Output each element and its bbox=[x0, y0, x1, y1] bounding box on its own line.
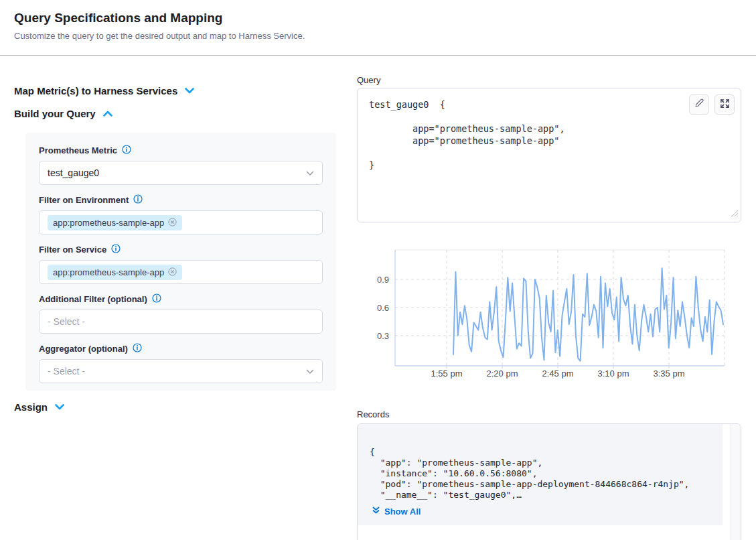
expand-query-button[interactable] bbox=[714, 94, 735, 115]
svg-text:3:10 pm: 3:10 pm bbox=[598, 368, 629, 379]
double-chevron-down-icon bbox=[372, 507, 380, 517]
prometheus-metric-label: Prometheus Metric bbox=[39, 145, 323, 156]
section-map-metrics-label: Map Metric(s) to Harness Services bbox=[14, 85, 177, 96]
field-prometheus-metric: Prometheus Metric test_gauge0 bbox=[39, 145, 323, 185]
query-specifications-page: Query Specifications and Mapping Customi… bbox=[0, 0, 756, 540]
page-subtitle: Customize the query to get the desired o… bbox=[14, 31, 305, 41]
records-panel: { "app": "prometheus-sample-app", "insta… bbox=[357, 423, 741, 540]
svg-text:0.3: 0.3 bbox=[377, 331, 389, 341]
aggregator-select[interactable]: - Select - bbox=[39, 359, 323, 383]
field-additional-filter: Additional Filter (optional) - Select - bbox=[39, 293, 323, 334]
info-icon[interactable] bbox=[133, 194, 143, 206]
section-assign-label: Assign bbox=[14, 401, 48, 413]
show-all-link[interactable]: Show All bbox=[372, 507, 421, 517]
field-filter-service: Filter on Service app:prometheus-sample-… bbox=[39, 244, 323, 284]
aggregator-label: Aggregator (optional) bbox=[39, 343, 323, 354]
build-query-panel: Prometheus Metric test_gauge0 Filter on … bbox=[25, 133, 336, 391]
info-icon[interactable] bbox=[122, 145, 131, 156]
field-aggregator: Aggregator (optional) - Select - bbox=[39, 343, 323, 383]
svg-text:3:35 pm: 3:35 pm bbox=[654, 368, 685, 379]
records-label: Records bbox=[357, 409, 389, 419]
select-chevron-icon bbox=[306, 366, 314, 377]
svg-text:1:55 pm: 1:55 pm bbox=[431, 368, 463, 379]
info-icon[interactable] bbox=[111, 244, 121, 255]
info-icon[interactable] bbox=[133, 343, 142, 354]
service-filter-tag: app:prometheus-sample-app bbox=[48, 265, 182, 280]
query-editor[interactable]: test_gauge0 { app="prometheus-sample-app… bbox=[357, 88, 741, 222]
section-map-metrics[interactable]: Map Metric(s) to Harness Services bbox=[14, 85, 194, 96]
info-icon[interactable] bbox=[152, 293, 161, 305]
section-build-query[interactable]: Build your Query bbox=[14, 108, 112, 119]
remove-tag-icon[interactable] bbox=[168, 267, 177, 277]
filter-service-label: Filter on Service bbox=[39, 244, 323, 255]
section-build-query-label: Build your Query bbox=[14, 108, 96, 119]
query-code[interactable]: test_gauge0 { app="prometheus-sample-app… bbox=[369, 98, 565, 171]
query-label: Query bbox=[357, 75, 380, 85]
filter-environment-label: Filter on Environment bbox=[39, 194, 323, 206]
svg-text:2:45 pm: 2:45 pm bbox=[542, 368, 574, 379]
edit-query-button[interactable] bbox=[689, 94, 709, 115]
resize-grip[interactable] bbox=[731, 208, 739, 220]
field-filter-environment: Filter on Environment app:prometheus-sam… bbox=[39, 194, 323, 234]
additional-filter-input[interactable]: - Select - bbox=[39, 310, 323, 334]
svg-text:2:20 pm: 2:20 pm bbox=[487, 368, 518, 379]
prometheus-metric-select[interactable]: test_gauge0 bbox=[39, 161, 323, 185]
records-scrollbar[interactable] bbox=[731, 424, 741, 540]
pencil-icon bbox=[694, 98, 704, 111]
section-assign[interactable]: Assign bbox=[14, 401, 64, 413]
chevron-up-icon bbox=[103, 111, 112, 117]
line-chart: 0.90.60.31:55 pm2:20 pm2:45 pm3:10 pm3:3… bbox=[357, 245, 727, 382]
filter-service-input[interactable]: app:prometheus-sample-app bbox=[39, 260, 323, 284]
chevron-down-icon bbox=[55, 404, 64, 410]
svg-text:0.9: 0.9 bbox=[377, 275, 389, 285]
filter-environment-input[interactable]: app:prometheus-sample-app bbox=[39, 210, 323, 234]
record-json: { "app": "prometheus-sample-app", "insta… bbox=[370, 447, 689, 500]
additional-filter-label: Additional Filter (optional) bbox=[39, 293, 323, 305]
page-title: Query Specifications and Mapping bbox=[14, 11, 222, 25]
record-card: { "app": "prometheus-sample-app", "insta… bbox=[358, 424, 723, 525]
environment-filter-tag: app:prometheus-sample-app bbox=[48, 215, 182, 230]
metric-preview-chart: 0.90.60.31:55 pm2:20 pm2:45 pm3:10 pm3:3… bbox=[357, 245, 727, 382]
select-chevron-icon bbox=[306, 167, 314, 178]
svg-text:0.6: 0.6 bbox=[377, 303, 389, 313]
chevron-down-icon bbox=[185, 88, 194, 94]
remove-tag-icon[interactable] bbox=[168, 218, 177, 228]
query-toolbar bbox=[689, 94, 735, 115]
page-header: Query Specifications and Mapping Customi… bbox=[0, 0, 756, 56]
fullscreen-expand-icon bbox=[720, 98, 730, 111]
